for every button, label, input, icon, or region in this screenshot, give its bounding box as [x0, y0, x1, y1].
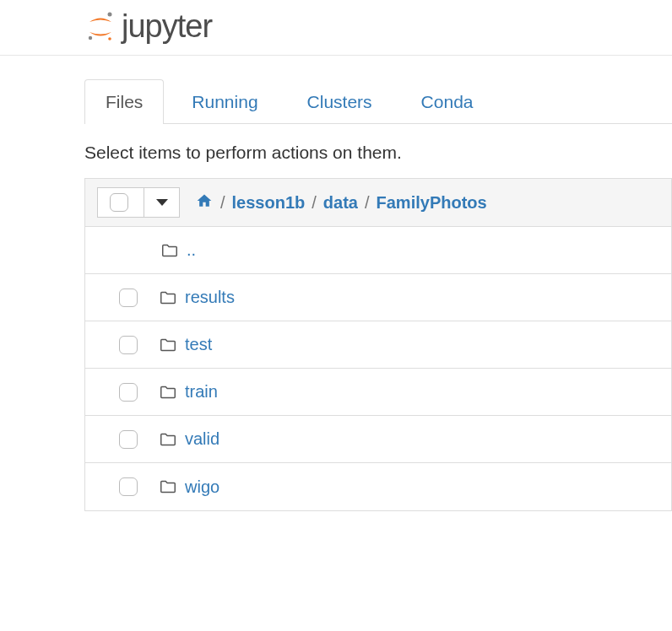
header: jupyter — [0, 0, 672, 56]
folder-icon — [160, 241, 180, 260]
main-content: Files Running Clusters Conda Select item… — [0, 79, 672, 511]
home-icon[interactable] — [195, 192, 214, 213]
parent-dir-row[interactable]: .. — [85, 227, 671, 274]
breadcrumb-separator: / — [365, 193, 370, 213]
item-name-link[interactable]: test — [185, 335, 212, 354]
select-all-control — [97, 187, 180, 218]
item-name-link[interactable]: results — [185, 288, 235, 307]
item-checkbox[interactable] — [119, 289, 138, 307]
folder-icon — [158, 430, 178, 449]
svg-point-0 — [108, 12, 112, 16]
list-item: wigo — [85, 463, 671, 510]
breadcrumb-link[interactable]: data — [323, 193, 358, 213]
item-checkbox[interactable] — [119, 430, 138, 449]
tab-clusters[interactable]: Clusters — [286, 79, 393, 124]
select-dropdown-button[interactable] — [144, 188, 179, 217]
svg-point-1 — [89, 35, 92, 39]
item-name-link[interactable]: train — [185, 382, 218, 402]
breadcrumb-link[interactable]: lesson1b — [232, 193, 306, 213]
file-list-header: / lesson1b / data / FamilyPhotos — [85, 179, 671, 227]
parent-dir-link[interactable]: .. — [187, 240, 196, 260]
folder-icon — [158, 289, 178, 307]
select-all-checkbox[interactable] — [110, 193, 128, 212]
list-item: train — [85, 369, 671, 416]
tab-files[interactable]: Files — [84, 79, 164, 124]
folder-icon — [158, 383, 178, 402]
item-checkbox[interactable] — [119, 383, 138, 402]
breadcrumb-separator: / — [312, 193, 317, 213]
item-name-link[interactable]: wigo — [185, 477, 219, 497]
item-checkbox[interactable] — [119, 477, 138, 496]
chevron-down-icon — [156, 199, 168, 206]
list-item: valid — [85, 416, 671, 463]
svg-point-2 — [108, 37, 111, 40]
list-item: results — [85, 274, 671, 321]
actions-hint: Select items to perform actions on them. — [84, 143, 672, 163]
brand-name: jupyter — [122, 8, 212, 45]
tab-running[interactable]: Running — [171, 79, 279, 124]
tab-conda[interactable]: Conda — [400, 79, 495, 124]
breadcrumb-separator: / — [220, 193, 225, 213]
folder-icon — [158, 477, 178, 496]
jupyter-logo[interactable]: jupyter — [84, 8, 672, 45]
list-item: test — [85, 321, 671, 369]
tabs: Files Running Clusters Conda — [84, 79, 672, 124]
breadcrumb-link[interactable]: FamilyPhotos — [377, 193, 487, 213]
jupyter-icon — [84, 11, 117, 43]
item-name-link[interactable]: valid — [185, 429, 219, 449]
file-list: / lesson1b / data / FamilyPhotos .. — [84, 178, 672, 511]
item-checkbox[interactable] — [119, 336, 138, 354]
breadcrumbs: / lesson1b / data / FamilyPhotos — [195, 192, 487, 213]
folder-icon — [158, 336, 178, 354]
